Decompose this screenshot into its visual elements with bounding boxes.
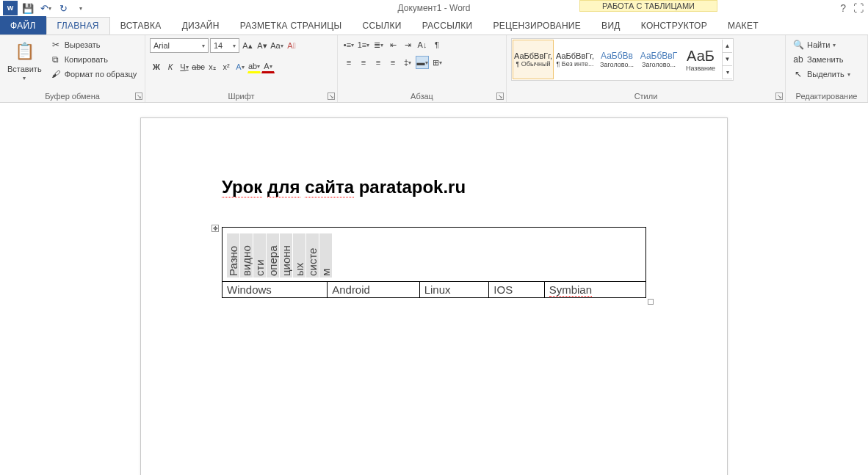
font-size-combo[interactable]: 14▾ <box>210 38 239 53</box>
shrink-font-button[interactable]: A▾ <box>256 39 269 52</box>
show-marks-button[interactable]: ¶ <box>430 38 444 51</box>
tab-insert[interactable]: ВСТАВКА <box>110 16 172 35</box>
copy-icon: ⧉ <box>50 54 62 65</box>
tab-view[interactable]: ВИД <box>591 16 631 35</box>
document-table[interactable]: Разно видно сти опера ционн ых систе м W… <box>222 227 646 298</box>
clear-formatting-button[interactable]: A⃠ <box>285 39 298 52</box>
gallery-more-icon[interactable]: ▾ <box>723 66 732 79</box>
bullets-button[interactable]: •≡▾ <box>342 38 355 51</box>
group-editing-label: Редактирование <box>786 92 867 102</box>
font-dialog-launcher[interactable]: ↘ <box>328 93 335 100</box>
shading-button[interactable]: ▬▾ <box>416 56 429 69</box>
font-name-combo[interactable]: Arial▾ <box>150 38 209 53</box>
replace-icon: ab <box>792 54 804 65</box>
table-row[interactable]: Разно видно сти опера ционн ых систе м <box>223 228 646 282</box>
tab-table-design[interactable]: КОНСТРУКТОР <box>631 16 717 35</box>
highlight-button[interactable]: ab▾ <box>247 60 261 73</box>
multilevel-button[interactable]: ≣▾ <box>372 38 385 51</box>
style-normal[interactable]: АаБбВвГг,¶ Обычный <box>513 40 554 79</box>
text-effects-button[interactable]: A▾ <box>234 60 247 73</box>
paste-button[interactable]: 📋 Вставить ▾ <box>4 38 45 83</box>
style-title[interactable]: АаБНазвание <box>680 40 721 79</box>
align-right-button[interactable]: ≡ <box>372 56 385 69</box>
word-app-icon[interactable]: W <box>3 1 18 15</box>
tab-table-layout[interactable]: МАКЕТ <box>717 16 769 35</box>
select-icon: ↖ <box>792 68 804 80</box>
style-no-spacing[interactable]: АаБбВвГг,¶ Без инте... <box>554 40 596 79</box>
paste-label: Вставить <box>7 65 42 73</box>
select-button[interactable]: ↖Выделить ▾ <box>790 68 853 81</box>
decrease-indent-button[interactable]: ⇤ <box>386 38 399 51</box>
ribbon-tabs: ФАЙЛ ГЛАВНАЯ ВСТАВКА ДИЗАЙН РАЗМЕТКА СТР… <box>0 16 868 35</box>
group-font-label: Шрифт <box>145 92 337 102</box>
table-move-handle[interactable]: ✥ <box>211 225 219 232</box>
quick-access-toolbar: W 💾 ↶▾ ↻ ▾ <box>0 1 88 15</box>
bold-button[interactable]: Ж <box>150 60 163 73</box>
title-bar: W 💾 ↶▾ ↻ ▾ Документ1 - Word РАБОТА С ТАБ… <box>0 0 868 16</box>
paste-icon: 📋 <box>12 40 36 63</box>
font-color-button[interactable]: A▾ <box>261 60 275 73</box>
cut-button[interactable]: ✂Вырезать <box>48 38 140 51</box>
table-cell[interactable]: Linux <box>419 282 489 298</box>
table-cell[interactable]: IOS <box>489 282 544 298</box>
qat-customize-icon[interactable]: ▾ <box>73 1 88 15</box>
brush-icon: 🖌 <box>50 68 62 80</box>
style-heading2[interactable]: АаБбВвГЗаголово... <box>638 40 679 79</box>
table-row[interactable]: Windows Android Linux IOS Symbian <box>223 282 646 298</box>
scissors-icon: ✂ <box>50 39 62 51</box>
tab-home[interactable]: ГЛАВНАЯ <box>46 17 110 35</box>
rotated-header[interactable]: Разно видно сти опера ционн ых систе м <box>227 233 333 278</box>
strikethrough-button[interactable]: abc <box>192 60 205 73</box>
superscript-button[interactable]: x² <box>220 60 233 73</box>
borders-button[interactable]: ⊞▾ <box>430 56 444 69</box>
styles-dialog-launcher[interactable]: ↘ <box>775 93 783 100</box>
replace-button[interactable]: abЗаменить <box>790 53 853 66</box>
table-resize-handle[interactable] <box>648 299 654 305</box>
help-icon[interactable]: ? <box>840 2 846 14</box>
increase-indent-button[interactable]: ⇥ <box>401 38 414 51</box>
tab-review[interactable]: РЕЦЕНЗИРОВАНИЕ <box>482 16 591 35</box>
change-case-button[interactable]: Aa▾ <box>270 39 283 52</box>
subscript-button[interactable]: x₂ <box>206 60 219 73</box>
page[interactable]: Урок для сайта paratapok.ru ✥ Разно видн… <box>140 117 728 475</box>
justify-button[interactable]: ≡ <box>386 56 399 69</box>
format-painter-button[interactable]: 🖌Формат по образцу <box>48 68 140 81</box>
document-title: Документ1 - Word <box>397 3 470 13</box>
document-heading[interactable]: Урок для сайта paratapok.ru <box>222 177 646 197</box>
group-styles-label: Стили <box>507 92 785 102</box>
clipboard-dialog-launcher[interactable]: ↘ <box>135 93 142 100</box>
tab-design[interactable]: ДИЗАЙН <box>172 16 230 35</box>
ribbon: 📋 Вставить ▾ ✂Вырезать ⧉Копировать 🖌Форм… <box>0 35 868 103</box>
document-area[interactable]: Урок для сайта paratapok.ru ✥ Разно видн… <box>0 103 868 475</box>
tab-file[interactable]: ФАЙЛ <box>0 16 46 35</box>
copy-button[interactable]: ⧉Копировать <box>48 53 140 66</box>
tab-references[interactable]: ССЫЛКИ <box>352 16 411 35</box>
group-clipboard-label: Буфер обмена <box>0 92 145 102</box>
tab-mailings[interactable]: РАССЫЛКИ <box>412 16 483 35</box>
align-left-button[interactable]: ≡ <box>342 56 355 69</box>
gallery-down-icon[interactable]: ▼ <box>723 53 732 66</box>
table-cell[interactable]: Android <box>328 282 419 298</box>
sort-button[interactable]: A↓ <box>416 38 429 51</box>
numbering-button[interactable]: 1≡▾ <box>357 38 370 51</box>
styles-gallery[interactable]: АаБбВвГг,¶ Обычный АаБбВвГг,¶ Без инте..… <box>511 38 734 81</box>
find-icon: 🔍 <box>792 39 804 51</box>
line-spacing-button[interactable]: ‡▾ <box>401 56 414 69</box>
grow-font-button[interactable]: A▴ <box>241 39 254 52</box>
tab-page-layout[interactable]: РАЗМЕТКА СТРАНИЦЫ <box>230 16 352 35</box>
table-cell[interactable]: Symbian <box>544 282 645 298</box>
find-button[interactable]: 🔍Найти ▾ <box>790 38 853 51</box>
paragraph-dialog-launcher[interactable]: ↘ <box>496 93 504 100</box>
italic-button[interactable]: К <box>164 60 177 73</box>
style-heading1[interactable]: АаБбВвЗаголово... <box>596 40 637 79</box>
group-paragraph-label: Абзац <box>338 92 506 102</box>
gallery-up-icon[interactable]: ▲ <box>723 40 732 53</box>
table-cell[interactable]: Windows <box>223 282 328 298</box>
align-center-button[interactable]: ≡ <box>357 56 370 69</box>
save-icon[interactable]: 💾 <box>21 1 35 15</box>
table-tools-label: РАБОТА С ТАБЛИЦАМИ <box>579 0 717 12</box>
ribbon-display-icon[interactable]: ⛶ <box>853 2 864 14</box>
undo-icon[interactable]: ↶▾ <box>38 1 53 15</box>
underline-button[interactable]: Ч▾ <box>178 60 191 73</box>
redo-icon[interactable]: ↻ <box>56 1 70 15</box>
